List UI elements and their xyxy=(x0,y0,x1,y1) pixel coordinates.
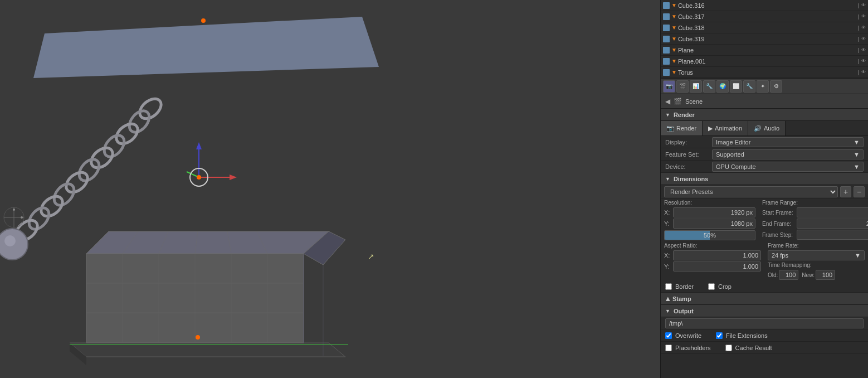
triangle-icon: ▼ xyxy=(671,36,677,42)
scene-label: Scene xyxy=(685,98,703,105)
start-frame-input[interactable] xyxy=(797,207,868,217)
vis-icon[interactable]: 👁 xyxy=(861,47,866,52)
render-tabs: 📷 Render ▶ Animation 🔊 Audio xyxy=(661,121,868,136)
tab-animation[interactable]: ▶ Animation xyxy=(703,121,748,135)
device-value: GPU Compute xyxy=(716,163,756,170)
triangle-icon: ▼ xyxy=(671,69,677,75)
aspect-ratio-label: Aspect Ratio: xyxy=(661,241,764,250)
output-section-header[interactable]: ▼ Output xyxy=(661,305,868,317)
render-tab-label: Render xyxy=(676,125,696,132)
time-remapping-label: Time Remapping: xyxy=(764,261,868,269)
dropdown-arrow-icon2: ▼ xyxy=(854,151,860,158)
props-toolbar: 📷 🎬 📊 🔧 🌍 ⬜ 🔧 ✦ ⚙ xyxy=(661,79,868,94)
device-dropdown[interactable]: GPU Compute ▼ xyxy=(712,162,864,172)
remove-preset-button[interactable]: − xyxy=(854,186,865,197)
new-value-input[interactable] xyxy=(816,270,835,280)
mesh-icon xyxy=(663,36,670,42)
stamp-section-header[interactable]: ▶ Stamp xyxy=(661,293,868,305)
overwrite-checkbox[interactable] xyxy=(665,332,672,339)
item-name: Cube.318 xyxy=(678,25,705,31)
outliner-item-cube318[interactable]: ▼ Cube.318 | 👁 xyxy=(661,22,868,33)
render-presets-dropdown[interactable]: Render Presets xyxy=(664,186,838,197)
vis-icon[interactable]: 👁 xyxy=(861,36,866,41)
crop-checkbox[interactable] xyxy=(708,283,715,290)
vis-icon[interactable]: 👁 xyxy=(861,25,866,30)
outliner-item-cube319[interactable]: ▼ Cube.319 | 👁 xyxy=(661,33,868,45)
percent-text: 50% xyxy=(704,232,716,239)
file-extensions-checkbox[interactable] xyxy=(716,332,723,339)
audio-tab-icon: 🔊 xyxy=(754,125,762,132)
right-panel: ▼ Cube.316 | 👁 ▼ Cube.317 | 👁 ▼ Cube.318… xyxy=(660,0,868,378)
device-row: Device: GPU Compute ▼ xyxy=(661,161,868,173)
border-checkbox[interactable] xyxy=(665,283,672,290)
aspect-y-input[interactable] xyxy=(673,261,761,272)
resolution-framerange-section: Resolution: X: Y: 50% Frame Range: xyxy=(661,198,868,241)
output-section-label: Output xyxy=(674,308,694,314)
placeholders-checkbox[interactable] xyxy=(665,345,672,351)
frame-rate-label: Frame Rate: xyxy=(764,241,868,250)
outliner: ▼ Cube.316 | 👁 ▼ Cube.317 | 👁 ▼ Cube.318… xyxy=(661,0,868,79)
frame-step-input[interactable] xyxy=(797,230,868,240)
dimensions-section-header[interactable]: ▼ Dimensions xyxy=(661,173,868,185)
end-frame-input[interactable] xyxy=(797,219,868,229)
scene-icon: 🎬 xyxy=(674,98,682,105)
item-name: Plane xyxy=(678,47,694,54)
y-axis-label: Y: xyxy=(664,220,672,227)
outliner-item-plane[interactable]: ▼ Plane | 👁 xyxy=(661,45,868,56)
view-layer-btn[interactable]: 📊 xyxy=(690,80,702,93)
render-section-header[interactable]: ▼ Render xyxy=(661,109,868,121)
border-label: Border xyxy=(675,283,694,290)
mesh-icon xyxy=(663,25,670,31)
feature-set-label: Feature Set: xyxy=(665,151,710,158)
resolution-x-input[interactable] xyxy=(673,207,755,217)
modifier-btn[interactable]: 🔧 xyxy=(743,80,755,93)
aspect-x-input[interactable] xyxy=(673,250,761,260)
tab-audio[interactable]: 🔊 Audio xyxy=(748,121,786,135)
render-props-btn[interactable]: 📷 xyxy=(663,80,675,93)
dimensions-label: Dimensions xyxy=(674,176,708,182)
add-preset-button[interactable]: + xyxy=(840,186,851,197)
output-path-input[interactable] xyxy=(665,318,864,328)
display-row: Display: Image Editor ▼ xyxy=(661,136,868,148)
props-content[interactable]: ▼ Render 📷 Render ▶ Animation 🔊 Audio Di… xyxy=(661,109,868,378)
file-extensions-label: File Extensions xyxy=(726,332,768,339)
old-value-input[interactable] xyxy=(779,270,798,280)
start-frame-row: Start Frame: xyxy=(759,207,868,218)
particles-btn[interactable]: ✦ xyxy=(757,80,769,93)
vis-icon[interactable]: 👁 xyxy=(861,59,866,64)
physics-btn[interactable]: ⚙ xyxy=(770,80,782,93)
output-props-btn[interactable]: 🎬 xyxy=(676,80,689,93)
back-arrow-icon[interactable]: ◀ xyxy=(665,98,670,105)
vis-icon[interactable]: 👁 xyxy=(861,14,866,19)
resolution-percent-bar[interactable]: 50% xyxy=(664,230,755,240)
vis-icon[interactable]: 👁 xyxy=(861,70,866,75)
svg-marker-33 xyxy=(86,231,329,254)
vis-icon[interactable]: 👁 xyxy=(861,3,866,8)
cache-result-checkbox[interactable] xyxy=(725,345,732,351)
display-dropdown[interactable]: Image Editor ▼ xyxy=(712,137,864,147)
world-props-btn[interactable]: 🌍 xyxy=(716,80,729,93)
svg-point-15 xyxy=(4,235,16,246)
tab-render[interactable]: 📷 Render xyxy=(661,121,703,135)
outliner-item-plane001[interactable]: ▼ Plane.001 | 👁 xyxy=(661,56,868,67)
outliner-item-cube316[interactable]: ▼ Cube.316 | 👁 xyxy=(661,0,868,11)
resolution-y-input[interactable] xyxy=(673,219,755,229)
aspect-x-label: X: xyxy=(664,252,672,259)
scene-props-btn[interactable]: 🔧 xyxy=(703,80,715,93)
item-name: Cube.316 xyxy=(678,2,705,9)
mesh-icon xyxy=(663,13,670,20)
feature-set-dropdown[interactable]: Supported ▼ xyxy=(712,149,864,159)
viewport[interactable]: ↗ xyxy=(0,0,660,378)
triangle-icon: ▼ xyxy=(671,13,677,20)
resolution-col: Resolution: X: Y: 50% xyxy=(661,198,759,241)
end-frame-label: End Frame: xyxy=(762,221,796,227)
object-props-btn[interactable]: ⬜ xyxy=(730,80,742,93)
outliner-item-torus[interactable]: ▼ Torus | 👁 xyxy=(661,67,868,78)
frame-step-row: Frame Step: xyxy=(759,229,868,240)
outliner-item-cube317[interactable]: ▼ Cube.317 | 👁 xyxy=(661,11,868,22)
feature-set-row: Feature Set: Supported ▼ xyxy=(661,148,868,161)
placeholders-cache-row: Placeholders Cache Result xyxy=(661,342,868,354)
border-crop-row: Border Crop xyxy=(661,280,868,293)
mesh-icon xyxy=(663,69,670,76)
fps-dropdown[interactable]: 24 fps ▼ xyxy=(768,250,865,260)
